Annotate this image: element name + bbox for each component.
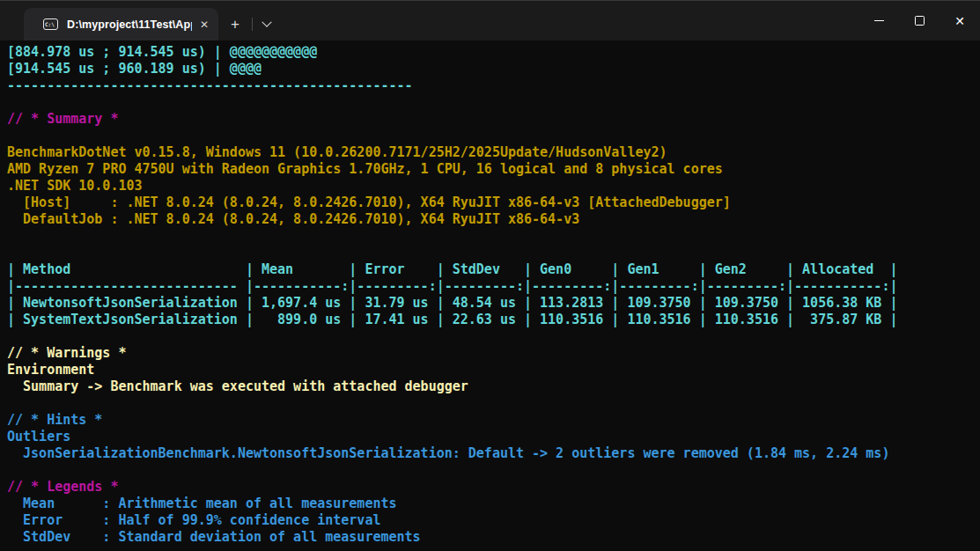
terminal-line: [914.545 us ; 960.189 us) | @@@@ <box>7 61 980 77</box>
terminal-line: StdDev : Standard deviation of all measu… <box>7 529 980 546</box>
terminal-line <box>7 94 980 111</box>
tab-close-icon[interactable]: ✕ <box>197 18 211 32</box>
cmd-prompt-icon: C:\ <box>43 18 58 30</box>
terminal-line: Environment <box>7 362 980 378</box>
terminal-line: DefaultJob : .NET 8.0.24 (8.0.24, 8.0.24… <box>7 211 980 228</box>
terminal-tab[interactable]: C:\ D:\myproject\11Test\AppBenc ✕ <box>24 8 218 40</box>
tab-title: D:\myproject\11Test\AppBenc <box>67 18 192 31</box>
maximize-icon <box>915 16 925 26</box>
maximize-button[interactable] <box>899 1 939 40</box>
terminal-line: Error : Half of 99.9% confidence interva… <box>7 512 980 529</box>
terminal-line: |---------------------------- |---------… <box>7 278 980 295</box>
terminal-line <box>7 245 980 261</box>
terminal-line: | Method | Mean | Error | StdDev | Gen0 … <box>7 261 980 278</box>
terminal-line <box>7 395 980 412</box>
terminal-line: AMD Ryzen 7 PRO 4750U with Radeon Graphi… <box>7 161 980 178</box>
terminal-line: Outliers <box>7 429 980 445</box>
terminal-line: | SystemTextJsonSerialization | 899.0 us… <box>7 312 980 328</box>
terminal-line: Summary -> Benchmark was executed with a… <box>7 378 980 395</box>
terminal-line <box>7 128 980 144</box>
terminal-line: BenchmarkDotNet v0.15.8, Windows 11 (10.… <box>7 144 980 161</box>
new-tab-button[interactable]: + <box>218 8 252 40</box>
terminal-line: [Host] : .NET 8.0.24 (8.0.24, 8.0.2426.7… <box>7 195 980 211</box>
terminal-line <box>7 228 980 245</box>
terminal-line: JsonSerializationBenchmark.NewtonsoftJso… <box>7 445 980 462</box>
cmd-icon-label: C:\ <box>45 22 55 27</box>
terminal-line: // * Summary * <box>7 111 980 128</box>
plus-icon: + <box>231 16 239 33</box>
terminal-line: Mean : Arithmetic mean of all measuremen… <box>7 496 980 512</box>
terminal-line <box>7 462 980 479</box>
terminal-line: ----------------------------------------… <box>7 77 980 94</box>
tab-dropdown-button[interactable] <box>253 8 281 40</box>
minimize-button[interactable] <box>858 1 899 40</box>
chevron-down-icon <box>262 17 271 26</box>
terminal-line: // * Warnings * <box>7 345 980 362</box>
terminal-line: // * Hints * <box>7 412 980 429</box>
terminal-output[interactable]: [884.978 us ; 914.545 us) | @@@@@@@@@@@[… <box>0 40 980 551</box>
terminal-window: C:\ D:\myproject\11Test\AppBenc ✕ + ✕ [8… <box>0 0 980 551</box>
terminal-line: .NET SDK 10.0.103 <box>7 178 980 195</box>
minimize-icon <box>874 20 884 21</box>
terminal-line: [884.978 us ; 914.545 us) | @@@@@@@@@@@ <box>7 44 980 61</box>
close-icon: ✕ <box>954 15 965 27</box>
close-button[interactable]: ✕ <box>939 1 980 40</box>
terminal-line: | NewtonsoftJsonSerialization | 1,697.4 … <box>7 295 980 312</box>
titlebar: C:\ D:\myproject\11Test\AppBenc ✕ + ✕ <box>0 0 980 40</box>
terminal-line: // * Legends * <box>7 479 980 496</box>
terminal-line <box>7 328 980 345</box>
